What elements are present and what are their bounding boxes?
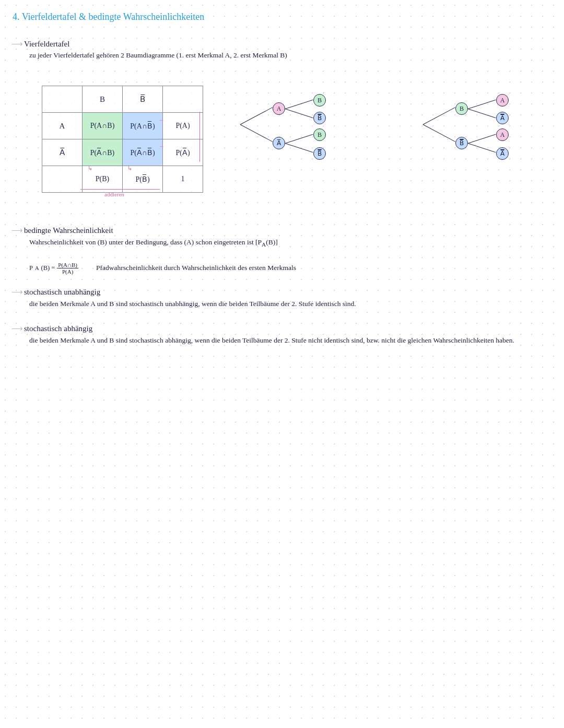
node-A: A: [496, 94, 509, 107]
label: B̅: [318, 114, 322, 122]
node-notB-2: B̅: [313, 147, 326, 160]
label: B̅: [460, 139, 464, 147]
node-A: A: [273, 102, 285, 115]
formula-denominator: P(A): [62, 268, 73, 275]
contingency-table: B B̅ A P(A∩B) P(A∩B̅) P(A) A̅ P(A̅∩B) P(…: [42, 86, 203, 193]
sec1-text: zu jeder Vierfeldertafel gehören 2 Baumd…: [29, 50, 287, 61]
node-notA-2: A̅: [496, 147, 509, 160]
cell-AnotB: P(A∩B̅): [123, 113, 163, 139]
sec3-text: die beiden Merkmale A und B sind stochas…: [29, 299, 541, 309]
arrow-icon: ⟶: [11, 226, 22, 234]
cell-notAnotB: P(A̅∩B̅): [123, 139, 163, 166]
arrow-icon: ⟶: [11, 288, 22, 296]
annotation-addieren: addieren: [104, 191, 124, 197]
page-title: 4. Vierfeldertafel & bedingte Wahrschein…: [13, 11, 204, 22]
sec2-heading: bedingte Wahrscheinlichkeit: [24, 226, 113, 234]
row-A: A: [42, 113, 83, 139]
node-B: B: [455, 102, 468, 115]
sec1-heading: Vierfeldertafel: [24, 40, 69, 48]
sec4-heading: stochastisch abhängig: [24, 324, 92, 333]
formula-note: Pfadwahrscheinlichkeit durch Wahrscheinl…: [96, 263, 296, 273]
arrow-icon: ⟶: [11, 324, 22, 333]
cell-notAB: P(A̅∩B): [83, 139, 123, 166]
sec4-text: die beiden Merkmale A und B sind stochas…: [29, 335, 546, 346]
arrow-right-icon: →: [159, 143, 164, 149]
node-B-2: B: [313, 128, 326, 141]
formula-lhs-sub: A: [35, 265, 39, 271]
col-notB: B̅: [123, 86, 163, 113]
bracket-icon: [80, 189, 160, 190]
tree-diagram-a-first: A A̅ B B̅ B B̅: [235, 93, 371, 171]
cell-AB: P(A∩B): [83, 113, 123, 139]
col-B: B: [83, 86, 123, 113]
sec2-sub: A: [262, 241, 266, 248]
sec2-text: Wahrscheinlichkeit von (B) unter der Bed…: [29, 238, 262, 246]
label: A̅: [500, 150, 504, 158]
label: A̅: [500, 114, 504, 122]
node-notA: A̅: [496, 112, 509, 124]
arrow-down-icon: ↳: [88, 165, 92, 172]
bracket-right-icon: [199, 112, 200, 162]
cell-PnotA: P(A̅): [163, 139, 203, 166]
cell-one: 1: [163, 166, 203, 193]
sec2-tail: (B)]: [266, 238, 278, 246]
node-A-2: A: [496, 128, 509, 141]
sec3-heading: stochastisch unabhängig: [24, 288, 100, 296]
cell-PA: P(A): [163, 113, 203, 139]
arrow-down-icon: ↳: [127, 165, 132, 172]
formula-lhs-rest: (B) =: [41, 264, 55, 272]
node-notB: B̅: [313, 112, 326, 124]
arrow-right-icon: →: [159, 117, 164, 123]
row-notA: A̅: [42, 139, 83, 166]
formula-numerator: P(A∩B): [57, 262, 78, 268]
formula-lhs-P: P: [29, 264, 33, 272]
node-B: B: [313, 94, 326, 107]
tree-diagram-b-first: B B̅ A A̅ A A̅: [418, 93, 554, 171]
label: B̅: [318, 150, 322, 158]
node-notB: B̅: [455, 137, 468, 149]
arrow-icon: ⟶: [11, 40, 22, 48]
formula-conditional-probability: PA(B) = P(A∩B) P(A) Pfadwahrscheinlichke…: [29, 262, 296, 275]
node-notA: A̅: [273, 137, 285, 149]
